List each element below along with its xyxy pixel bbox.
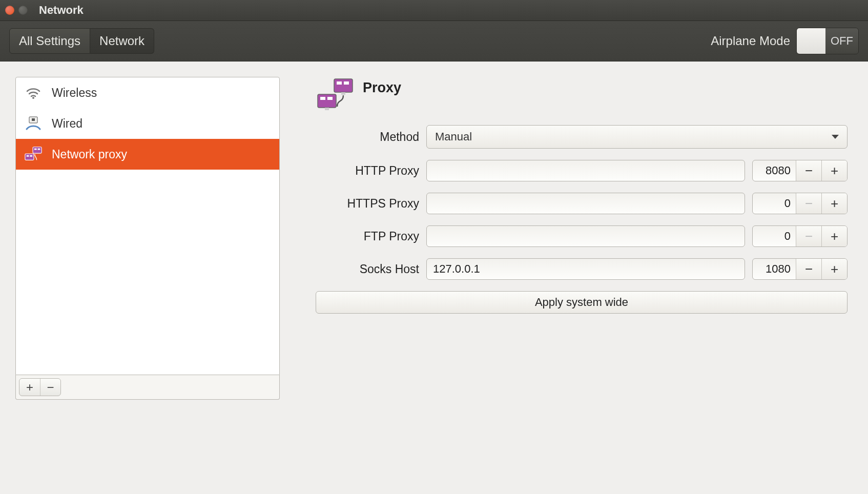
wifi-icon: [24, 84, 43, 102]
window-controls: [5, 6, 28, 15]
method-row: Method Manual: [316, 125, 848, 149]
https-proxy-host-input[interactable]: [426, 193, 745, 214]
svg-rect-3: [33, 147, 42, 153]
https-proxy-port-increment[interactable]: +: [821, 193, 847, 214]
toolbar: All Settings Network Airplane Mode OFF: [0, 20, 868, 61]
sidebar-container: Wireless Wired: [15, 77, 280, 479]
https-proxy-port-decrement: −: [796, 193, 821, 214]
http-proxy-row: HTTP Proxy − +: [316, 160, 848, 181]
ftp-proxy-port-input[interactable]: [753, 226, 796, 246]
svg-rect-14: [320, 97, 325, 100]
svg-rect-10: [337, 81, 342, 85]
https-proxy-label: HTTPS Proxy: [316, 197, 419, 211]
method-value: Manual: [435, 130, 472, 143]
https-proxy-row: HTTPS Proxy − +: [316, 193, 848, 214]
apply-row: Apply system wide: [316, 291, 848, 314]
pane-title: Proxy: [363, 77, 401, 96]
chevron-down-icon: [832, 135, 839, 139]
http-proxy-port-decrement[interactable]: −: [796, 160, 821, 181]
all-settings-button[interactable]: All Settings: [9, 28, 90, 54]
breadcrumb: All Settings Network: [9, 28, 154, 54]
minimize-icon[interactable]: [18, 6, 28, 15]
title-bar: Network: [0, 0, 868, 20]
svg-point-0: [32, 97, 34, 99]
http-proxy-port-stepper: − +: [752, 160, 848, 181]
http-proxy-port-input[interactable]: [753, 160, 796, 181]
https-proxy-port-stepper: − +: [752, 193, 848, 214]
svg-rect-6: [25, 154, 34, 160]
ftp-proxy-host-input[interactable]: [426, 225, 745, 247]
proxy-header-icon: [316, 77, 356, 115]
sidebar-item-label: Wireless: [52, 86, 97, 100]
toggle-knob: [797, 28, 825, 54]
method-select[interactable]: Manual: [426, 125, 848, 149]
svg-rect-12: [341, 92, 345, 95]
svg-rect-7: [27, 155, 29, 157]
network-button[interactable]: Network: [90, 28, 154, 54]
svg-rect-4: [34, 149, 37, 150]
socks-port-input[interactable]: [753, 259, 796, 279]
ftp-proxy-label: FTP Proxy: [316, 230, 419, 243]
method-label: Method: [316, 130, 419, 144]
apply-system-wide-button[interactable]: Apply system wide: [316, 291, 848, 314]
window-title: Network: [39, 4, 84, 17]
sidebar-item-network-proxy[interactable]: Network proxy: [16, 139, 279, 170]
http-proxy-host-input[interactable]: [426, 160, 745, 181]
ethernet-icon: [24, 114, 43, 133]
network-sidebar: Wireless Wired: [15, 77, 280, 375]
proxy-icon: [24, 145, 43, 163]
http-proxy-label: HTTP Proxy: [316, 164, 419, 178]
socks-host-input[interactable]: [426, 258, 745, 280]
proxy-pane: Proxy Method Manual HTTP Proxy − +: [300, 77, 853, 479]
ftp-proxy-port-stepper: − +: [752, 225, 848, 247]
remove-connection-button[interactable]: −: [40, 379, 60, 396]
ftp-proxy-port-decrement: −: [796, 226, 821, 246]
sidebar-item-label: Network proxy: [52, 148, 127, 161]
https-proxy-port-input[interactable]: [753, 193, 796, 214]
svg-rect-9: [334, 79, 353, 92]
socks-port-increment[interactable]: +: [821, 259, 847, 279]
add-connection-button[interactable]: +: [19, 379, 40, 396]
pane-header: Proxy: [316, 77, 848, 115]
sidebar-item-wireless[interactable]: Wireless: [16, 77, 279, 108]
svg-rect-5: [38, 149, 40, 150]
airplane-mode-toggle[interactable]: OFF: [796, 28, 859, 54]
ftp-proxy-row: FTP Proxy − +: [316, 225, 848, 247]
proxy-form: Method Manual HTTP Proxy − + HTTPS Proxy: [316, 125, 848, 314]
socks-host-row: Socks Host − +: [316, 258, 848, 280]
sidebar-item-wired[interactable]: Wired: [16, 108, 279, 139]
airplane-mode-label: Airplane Mode: [711, 34, 790, 48]
socks-host-label: Socks Host: [316, 262, 419, 276]
content: Wireless Wired: [0, 61, 868, 494]
close-icon[interactable]: [5, 6, 14, 15]
svg-rect-11: [344, 81, 349, 85]
svg-rect-15: [327, 97, 333, 100]
svg-rect-16: [325, 108, 329, 110]
socks-port-decrement[interactable]: −: [796, 259, 821, 279]
http-proxy-port-increment[interactable]: +: [821, 160, 847, 181]
socks-port-stepper: − +: [752, 258, 848, 280]
ftp-proxy-port-increment[interactable]: +: [821, 226, 847, 246]
sidebar-item-label: Wired: [52, 117, 82, 131]
svg-rect-8: [30, 155, 32, 157]
toggle-off-label: OFF: [825, 28, 858, 54]
svg-rect-2: [32, 118, 35, 121]
svg-rect-13: [318, 94, 336, 108]
sidebar-tools: + −: [15, 375, 280, 400]
